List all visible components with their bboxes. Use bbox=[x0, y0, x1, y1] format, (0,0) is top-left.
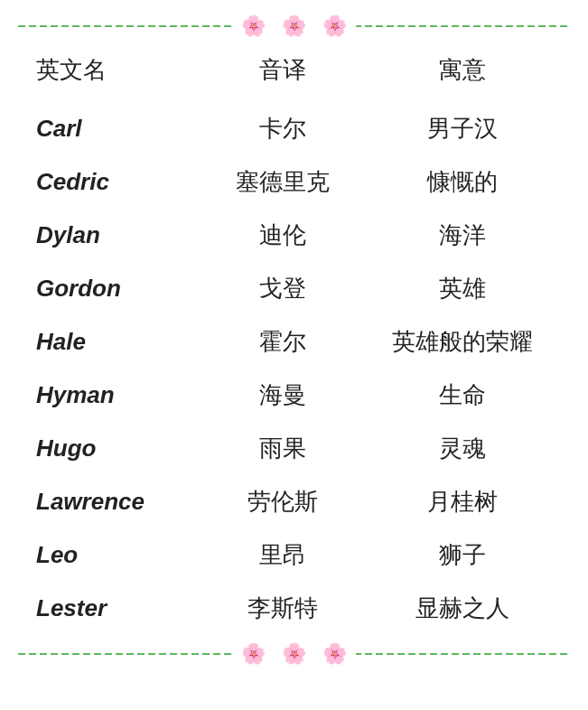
table-row: Hugo雨果灵魂 bbox=[18, 422, 570, 475]
header-phonetic: 音译 bbox=[211, 45, 355, 102]
cell-phonetic: 里昂 bbox=[211, 528, 355, 582]
cell-english: Hyman bbox=[18, 369, 211, 422]
table-row: Lester李斯特显赫之人 bbox=[18, 582, 570, 635]
cell-meaning: 灵魂 bbox=[355, 422, 570, 475]
rose-icon-5: 🌸 bbox=[282, 644, 306, 664]
cell-english: Lester bbox=[18, 582, 211, 635]
cell-english: Lawrence bbox=[18, 475, 211, 528]
cell-meaning: 生命 bbox=[355, 369, 570, 422]
cell-english: Hale bbox=[18, 315, 211, 369]
top-divider-roses: 🌸 🌸 🌸 bbox=[232, 16, 356, 36]
cell-phonetic: 卡尔 bbox=[211, 102, 355, 155]
cell-phonetic: 海曼 bbox=[211, 369, 355, 422]
table-row: Lawrence劳伦斯月桂树 bbox=[18, 475, 570, 528]
cell-meaning: 慷慨的 bbox=[355, 155, 570, 209]
cell-meaning: 显赫之人 bbox=[355, 582, 570, 635]
table-row: Dylan迪伦海洋 bbox=[18, 209, 570, 262]
cell-phonetic: 劳伦斯 bbox=[211, 475, 355, 528]
table-row: Hyman海曼生命 bbox=[18, 369, 570, 422]
cell-meaning: 男子汉 bbox=[355, 102, 570, 155]
header-english: 英文名 bbox=[18, 45, 211, 102]
cell-meaning: 狮子 bbox=[355, 528, 570, 582]
page: 🌸 🌸 🌸 英文名 音译 寓意 Carl卡尔男子汉Cedric塞德里克慷慨的Dy… bbox=[0, 0, 588, 680]
cell-phonetic: 迪伦 bbox=[211, 209, 355, 262]
cell-phonetic: 塞德里克 bbox=[211, 155, 355, 209]
cell-meaning: 月桂树 bbox=[355, 475, 570, 528]
cell-phonetic: 霍尔 bbox=[211, 315, 355, 369]
rose-icon-3: 🌸 bbox=[322, 16, 347, 36]
cell-meaning: 英雄 bbox=[355, 262, 570, 315]
cell-phonetic: 戈登 bbox=[211, 262, 355, 315]
table-row: Carl卡尔男子汉 bbox=[18, 102, 570, 155]
cell-english: Hugo bbox=[18, 422, 211, 475]
cell-english: Gordon bbox=[18, 262, 211, 315]
table-row: Cedric塞德里克慷慨的 bbox=[18, 155, 570, 209]
rose-icon-6: 🌸 bbox=[322, 644, 347, 664]
names-table: 英文名 音译 寓意 Carl卡尔男子汉Cedric塞德里克慷慨的Dylan迪伦海… bbox=[18, 45, 570, 635]
cell-english: Carl bbox=[18, 102, 211, 155]
top-divider: 🌸 🌸 🌸 bbox=[18, 16, 570, 36]
cell-phonetic: 雨果 bbox=[211, 422, 355, 475]
cell-phonetic: 李斯特 bbox=[211, 582, 355, 635]
cell-meaning: 英雄般的荣耀 bbox=[355, 315, 570, 369]
cell-english: Cedric bbox=[18, 155, 211, 209]
bottom-divider-roses: 🌸 🌸 🌸 bbox=[232, 644, 356, 664]
table-row: Leo里昂狮子 bbox=[18, 528, 570, 582]
rose-icon-1: 🌸 bbox=[241, 16, 266, 36]
table-row: Hale霍尔英雄般的荣耀 bbox=[18, 315, 570, 369]
cell-english: Dylan bbox=[18, 209, 211, 262]
cell-meaning: 海洋 bbox=[355, 209, 570, 262]
table-row: Gordon戈登英雄 bbox=[18, 262, 570, 315]
cell-english: Leo bbox=[18, 528, 211, 582]
header-meaning: 寓意 bbox=[355, 45, 570, 102]
bottom-divider: 🌸 🌸 🌸 bbox=[18, 644, 570, 664]
rose-icon-2: 🌸 bbox=[282, 16, 306, 36]
rose-icon-4: 🌸 bbox=[241, 644, 266, 664]
